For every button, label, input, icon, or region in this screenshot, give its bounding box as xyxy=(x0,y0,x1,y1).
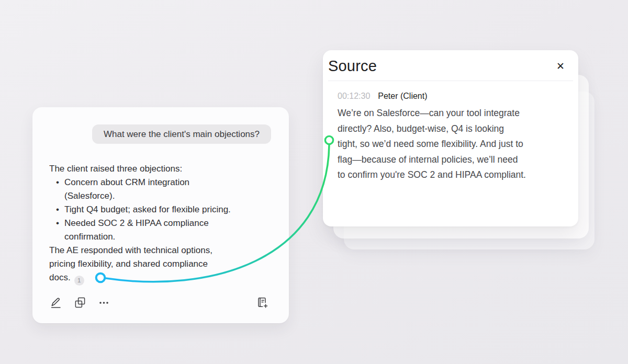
speaker-name: Peter (Client) xyxy=(378,91,427,101)
copy-icon xyxy=(74,297,86,309)
answer-bullet-2: • Tight Q4 budget; asked for flexible pr… xyxy=(49,203,271,217)
bullet-text: Needed SOC 2 & HIPAA compliance confirma… xyxy=(64,217,209,244)
ellipsis-icon xyxy=(98,297,110,309)
bullet-dot: • xyxy=(56,217,64,244)
answer-toolbar xyxy=(49,296,271,310)
answer-bullet-1: • Concern about CRM integration (Salesfo… xyxy=(49,176,271,203)
edit-button[interactable] xyxy=(49,296,63,310)
more-button[interactable] xyxy=(97,296,111,310)
add-to-note-button[interactable] xyxy=(255,296,269,310)
answer-closing-text: The AE responded with technical options,… xyxy=(49,245,212,282)
source-header: Source ✕ xyxy=(323,50,578,81)
answer-card: What were the client's main objections? … xyxy=(32,107,289,323)
question-bubble: What were the client's main objections? xyxy=(92,124,271,144)
answer-text-block: The client raised three objections: • Co… xyxy=(49,162,271,286)
timestamp: 00:12:30 xyxy=(338,91,370,101)
transcript-text: We’re on Salesforce—can your tool integr… xyxy=(338,106,568,183)
bullet-text: Concern about CRM integration (Salesforc… xyxy=(64,176,189,203)
citation-badge[interactable]: 1 xyxy=(74,276,84,286)
copy-button[interactable] xyxy=(73,296,87,310)
close-button[interactable]: ✕ xyxy=(554,60,567,72)
close-icon: ✕ xyxy=(556,61,565,72)
question-text: What were the client's main objections? xyxy=(104,129,260,139)
desktop-background: { "answer_card": { "question": "What wer… xyxy=(0,0,628,364)
bullet-dot: • xyxy=(56,203,64,217)
source-title: Source xyxy=(328,55,377,76)
bullet-dot: • xyxy=(56,176,64,203)
transcript-meta: 00:12:30 Peter (Client) xyxy=(338,91,568,101)
source-content: 00:12:30 Peter (Client) We’re on Salesfo… xyxy=(323,81,578,183)
answer-intro: The client raised three objections: xyxy=(49,162,271,176)
source-panel: Source ✕ 00:12:30 Peter (Client) We’re o… xyxy=(323,50,578,226)
bullet-text: Tight Q4 budget; asked for flexible pric… xyxy=(64,203,231,217)
answer-bullet-3: • Needed SOC 2 & HIPAA compliance confir… xyxy=(49,217,271,244)
note-plus-icon xyxy=(256,297,268,309)
pencil-icon xyxy=(50,297,62,309)
answer-closing: The AE responded with technical options,… xyxy=(49,244,271,286)
